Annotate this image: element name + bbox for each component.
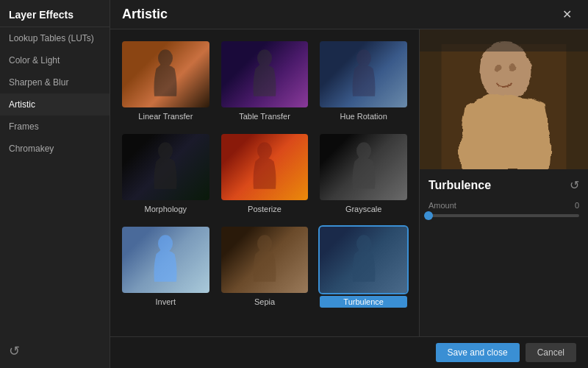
param-label-amount: Amount 0 <box>429 201 579 210</box>
content-area: Artistic ✕ <box>110 0 588 368</box>
effect-thumb-wrap <box>221 41 309 107</box>
svg-point-4 <box>257 142 272 159</box>
section-title: Artistic <box>122 7 168 22</box>
reset-effect-icon[interactable]: ↺ <box>570 178 579 192</box>
effect-thumb-turbulence <box>320 227 407 293</box>
header: Artistic ✕ <box>110 0 588 29</box>
svg-point-13 <box>493 62 501 71</box>
sidebar-item-chromakey[interactable]: Chromakey <box>0 138 110 160</box>
effect-label: Morphology <box>122 203 209 215</box>
svg-point-0 <box>158 49 173 66</box>
effect-label: Linear Transfer <box>122 110 209 122</box>
effect-thumb-wrap <box>320 134 407 200</box>
svg-point-2 <box>356 49 371 66</box>
effect-thumb-grayscale <box>320 134 407 200</box>
effect-thumb-table <box>221 41 309 107</box>
effect-item-turbulence[interactable]: Turbulence <box>317 224 410 311</box>
effect-label: Table Transfer <box>221 110 309 122</box>
effect-item-morphology[interactable]: Morphology <box>119 131 212 218</box>
effect-label: Sepia <box>221 296 309 308</box>
effect-thumb-wrap <box>122 41 209 107</box>
effect-thumb-hue <box>320 41 407 107</box>
effect-item-table-transfer[interactable]: Table Transfer <box>218 38 312 125</box>
amount-slider-track[interactable] <box>429 214 579 217</box>
svg-rect-15 <box>420 29 588 52</box>
sidebar-item-sharpen-blur[interactable]: Sharpen & Blur <box>0 71 110 93</box>
effect-label: Grayscale <box>320 203 407 215</box>
effect-thumb-linear <box>122 41 209 107</box>
sidebar-item-frames[interactable]: Frames <box>0 116 110 138</box>
effect-label: Hue Rotation <box>320 110 407 122</box>
effect-label: Invert <box>122 296 209 308</box>
effect-item-sepia[interactable]: Sepia <box>218 224 312 311</box>
svg-point-5 <box>356 142 371 159</box>
amount-slider-thumb[interactable] <box>424 211 433 220</box>
main-container: Layer Effects Lookup Tables (LUTs) Color… <box>0 0 588 368</box>
effect-thumb-wrap <box>221 227 309 293</box>
effect-item-linear-transfer[interactable]: Linear Transfer <box>119 38 212 125</box>
effect-thumb-wrap <box>122 227 209 293</box>
sidebar: Layer Effects Lookup Tables (LUTs) Color… <box>0 0 110 368</box>
svg-point-8 <box>356 235 371 252</box>
effect-thumb-wrap <box>320 227 407 293</box>
effect-thumb-wrap <box>320 41 407 107</box>
effect-thumb-wrap <box>221 134 309 200</box>
effect-item-posterize[interactable]: Posterize <box>218 131 312 218</box>
sidebar-bottom: ↺ <box>0 334 110 368</box>
effect-thumb-morphology <box>122 134 209 200</box>
reset-icon[interactable]: ↺ <box>9 344 20 358</box>
effect-item-grayscale[interactable]: Grayscale <box>317 131 410 218</box>
effect-thumb-posterize <box>221 134 309 200</box>
effects-grid-area: Linear Transfer Table Transfer <box>110 29 419 336</box>
close-button[interactable]: ✕ <box>558 6 576 23</box>
preview-svg <box>420 29 588 169</box>
effect-thumb-wrap <box>122 134 209 200</box>
effect-thumb-invert <box>122 227 209 293</box>
cancel-button[interactable]: Cancel <box>526 343 576 362</box>
sidebar-item-luts[interactable]: Lookup Tables (LUTs) <box>0 27 110 49</box>
footer: Save and close Cancel <box>110 336 588 368</box>
effect-thumb-sepia <box>221 227 309 293</box>
effect-label: Turbulence <box>320 296 407 308</box>
svg-point-3 <box>158 142 173 159</box>
preview-panel: Turbulence ↺ Amount 0 <box>419 29 588 336</box>
svg-point-14 <box>508 62 515 71</box>
sidebar-title: Layer Effects <box>0 0 110 27</box>
preview-controls: Turbulence ↺ Amount 0 <box>420 169 588 336</box>
svg-point-7 <box>257 235 272 252</box>
sidebar-item-color-light[interactable]: Color & Light <box>0 49 110 71</box>
effect-item-hue-rotation[interactable]: Hue Rotation <box>317 38 410 125</box>
save-and-close-button[interactable]: Save and close <box>436 343 520 362</box>
effects-grid: Linear Transfer Table Transfer <box>119 38 410 311</box>
effect-name: Turbulence <box>429 179 491 192</box>
effect-name-row: Turbulence ↺ <box>429 178 579 192</box>
preview-image <box>420 29 588 169</box>
effect-item-invert[interactable]: Invert <box>119 224 212 311</box>
sidebar-item-artistic[interactable]: Artistic <box>0 93 110 116</box>
effect-label: Posterize <box>221 203 309 215</box>
main-split: Linear Transfer Table Transfer <box>110 29 588 336</box>
svg-point-6 <box>158 235 173 252</box>
svg-point-1 <box>257 49 272 66</box>
